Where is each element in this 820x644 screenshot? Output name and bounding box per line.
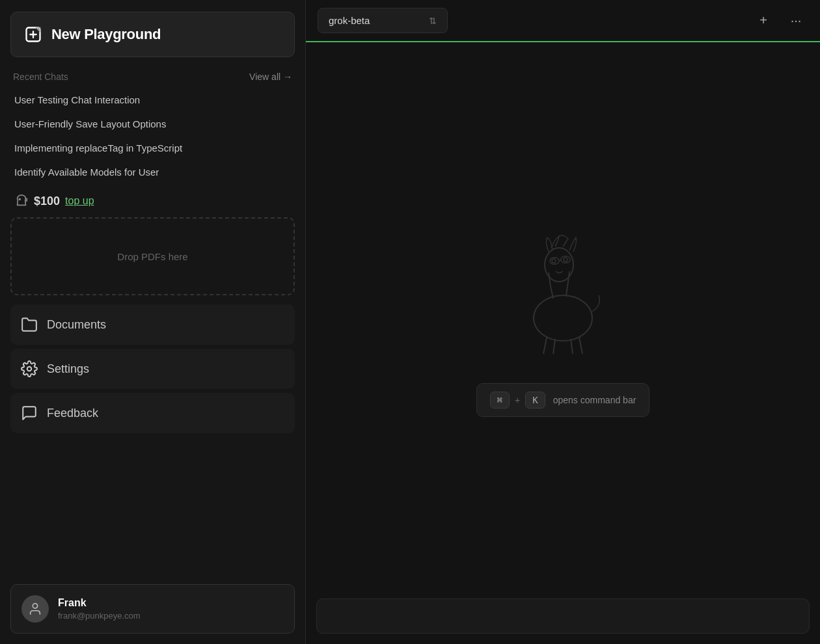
llama-illustration	[498, 214, 628, 357]
piggy-bank-icon	[14, 194, 29, 208]
settings-icon	[21, 360, 38, 377]
sidebar: New Playground Recent Chats View all → U…	[0, 0, 306, 644]
chat-item-2[interactable]: Implementing replaceTag in TypeScript	[10, 137, 295, 159]
svg-line-11	[543, 338, 547, 354]
recent-chats-title: Recent Chats	[13, 72, 68, 82]
drop-pdfs-label: Drop PDFs here	[117, 251, 187, 262]
feedback-nav-item[interactable]: Feedback	[10, 393, 295, 433]
feedback-label: Feedback	[47, 407, 98, 420]
view-all-link[interactable]: View all →	[249, 72, 292, 82]
svg-point-5	[545, 248, 573, 282]
chat-item-0[interactable]: User Testing Chat Interaction	[10, 88, 295, 111]
chat-list: User Testing Chat Interaction User-Frien…	[10, 88, 295, 183]
avatar	[21, 595, 49, 623]
chat-area: ⌘ + K opens command bar	[306, 42, 820, 588]
svg-point-3	[33, 604, 37, 608]
user-icon	[28, 602, 42, 616]
chat-input-bar[interactable]	[316, 598, 810, 634]
toolbar: grok-beta ⇅ + ···	[306, 0, 820, 42]
svg-point-2	[27, 367, 32, 371]
model-name: grok-beta	[329, 15, 422, 26]
folder-icon	[21, 316, 38, 333]
documents-nav-item[interactable]: Documents	[10, 304, 295, 345]
svg-line-13	[571, 339, 573, 354]
chat-item-1[interactable]: User-Friendly Save Layout Options	[10, 113, 295, 135]
k-key-badge: K	[525, 392, 545, 409]
shortcut-hint-text: opens command bar	[553, 395, 636, 405]
balance-amount: $100	[34, 195, 60, 208]
pdf-drop-zone[interactable]: Drop PDFs here	[10, 217, 295, 295]
user-email: frank@punkpeye.com	[58, 611, 141, 621]
user-info: Frank frank@punkpeye.com	[58, 597, 141, 621]
main-area: grok-beta ⇅ + ···	[306, 0, 820, 644]
balance-row: $100 top up	[10, 189, 295, 217]
more-options-button[interactable]: ···	[784, 8, 808, 33]
settings-nav-item[interactable]: Settings	[10, 349, 295, 389]
svg-point-1	[19, 198, 20, 200]
cmd-key-badge: ⌘	[490, 392, 510, 409]
svg-point-7	[564, 258, 567, 262]
new-playground-icon	[24, 25, 42, 44]
chevron-updown-icon: ⇅	[429, 16, 437, 26]
user-name: Frank	[58, 597, 141, 609]
add-button[interactable]: +	[751, 8, 776, 33]
new-playground-button[interactable]: New Playground	[10, 12, 295, 57]
chat-item-3[interactable]: Identify Available Models for User	[10, 161, 295, 183]
svg-line-14	[579, 338, 582, 354]
svg-line-12	[553, 339, 555, 354]
top-up-link[interactable]: top up	[65, 195, 94, 207]
feedback-icon	[21, 405, 38, 422]
svg-point-4	[534, 295, 592, 341]
new-playground-label: New Playground	[51, 26, 161, 43]
recent-chats-header: Recent Chats View all →	[10, 72, 295, 82]
user-card[interactable]: Frank frank@punkpeye.com	[10, 584, 295, 634]
model-selector[interactable]: grok-beta ⇅	[318, 8, 448, 33]
svg-point-6	[552, 259, 556, 263]
nav-items: Documents Settings Feedback	[10, 304, 295, 576]
settings-label: Settings	[47, 362, 89, 376]
documents-label: Documents	[47, 318, 106, 332]
plus-separator: +	[515, 395, 520, 405]
shortcut-hint: ⌘ + K opens command bar	[476, 383, 650, 417]
